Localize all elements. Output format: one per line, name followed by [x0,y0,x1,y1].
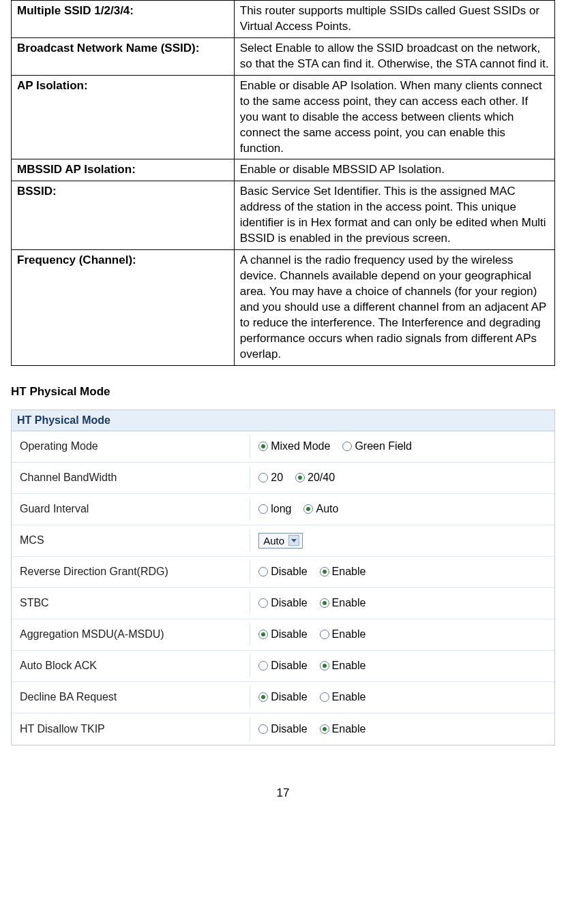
panel-row-label: Aggregation MSDU(A-MSDU) [12,623,250,646]
radio-option[interactable]: Disable [258,660,307,672]
panel-row-control: DisableEnable [250,560,554,583]
ht-physical-mode-panel: HT Physical Mode Operating ModeMixed Mod… [11,410,555,745]
radio-label: Disable [271,597,307,609]
panel-row-label: Guard Interval [12,497,250,521]
radio-label: Enable [332,691,366,703]
panel-row-control: longAuto [250,497,554,521]
radio-option[interactable]: Enable [320,628,366,641]
table-row: MBSSID AP Isolation:Enable or disable MB… [12,159,555,181]
radio-option[interactable]: Enable [320,691,366,703]
panel-row-label: Auto Block ACK [12,654,250,677]
radio-label: 20/40 [308,472,335,484]
radio-label: Mixed Mode [271,440,330,452]
radio-icon [320,630,329,639]
panel-row: Decline BA RequestDisableEnable [12,682,554,713]
radio-option[interactable]: Mixed Mode [258,440,330,452]
radio-icon [258,630,268,639]
radio-label: Disable [271,691,307,703]
radio-icon [258,473,268,482]
page-number: 17 [11,786,555,800]
chevron-down-icon [288,535,299,546]
panel-row: STBCDisableEnable [12,588,554,619]
radio-icon [303,504,313,514]
table-row: BSSID:Basic Service Set Identifier. This… [12,181,555,250]
select-value: Auto [263,535,284,546]
radio-icon [320,724,329,734]
radio-option[interactable]: long [258,503,291,515]
table-row: Frequency (Channel):A channel is the rad… [12,250,555,366]
panel-row: Auto Block ACKDisableEnable [12,651,554,682]
radio-option[interactable]: Auto [303,503,338,515]
radio-label: Disable [271,723,307,735]
section-heading: HT Physical Mode [11,385,555,399]
radio-label: 20 [271,472,283,484]
mcs-select[interactable]: Auto [258,533,303,549]
panel-row: Guard IntervallongAuto [12,494,554,525]
radio-icon [320,567,329,576]
table-row: AP Isolation:Enable or disable AP Isolat… [12,75,555,159]
parameter-description: Enable or disable MBSSID AP Isolation. [234,159,554,181]
radio-label: Enable [332,566,366,578]
radio-icon [258,692,268,702]
table-row: Broadcast Network Name (SSID):Select Ena… [12,37,555,75]
radio-option[interactable]: Disable [258,597,307,609]
radio-icon [320,598,329,608]
description-table-body: Multiple SSID 1/2/3/4:This router suppor… [12,1,555,366]
radio-option[interactable]: Disable [258,691,307,703]
radio-label: long [271,503,291,515]
radio-option[interactable]: Enable [320,723,366,735]
radio-option[interactable]: Enable [320,566,366,578]
panel-row: MCSAuto [12,525,554,557]
radio-icon [342,442,352,451]
radio-option[interactable]: 20 [258,472,283,484]
radio-option[interactable]: Enable [320,597,366,609]
parameter-label: MBSSID AP Isolation: [12,159,235,181]
radio-label: Enable [332,597,366,609]
panel-row: Aggregation MSDU(A-MSDU)DisableEnable [12,619,554,651]
parameter-label: BSSID: [12,181,235,250]
panel-row-label: Operating Mode [12,435,250,458]
radio-label: Auto [316,503,338,515]
radio-option[interactable]: 20/40 [295,472,335,484]
radio-label: Green Field [355,440,412,452]
radio-label: Disable [271,628,307,641]
radio-label: Disable [271,566,307,578]
parameter-label: Multiple SSID 1/2/3/4: [12,1,235,38]
panel-row-label: Reverse Direction Grant(RDG) [12,560,250,583]
radio-icon [258,567,268,576]
panel-row-control: DisableEnable [250,623,554,646]
panel-row-control: DisableEnable [250,686,554,709]
parameter-description: Basic Service Set Identifier. This is th… [234,181,554,250]
panel-row-control: DisableEnable [250,654,554,677]
parameter-description: This router supports multiple SSIDs call… [234,1,554,38]
radio-icon [295,473,305,482]
parameter-label: Frequency (Channel): [12,250,235,366]
panel-row: HT Disallow TKIPDisableEnable [12,713,554,745]
parameter-description: A channel is the radio frequency used by… [234,250,554,366]
radio-icon [258,442,268,451]
panel-row-control: Auto [250,527,554,554]
radio-option[interactable]: Disable [258,566,307,578]
radio-option[interactable]: Disable [258,628,307,641]
panel-row: Reverse Direction Grant(RDG)DisableEnabl… [12,557,554,588]
radio-label: Disable [271,660,307,672]
panel-row-label: Channel BandWidth [12,466,250,489]
radio-label: Enable [332,723,366,735]
panel-body: Operating ModeMixed ModeGreen FieldChann… [12,431,554,745]
radio-icon [258,724,268,734]
radio-option[interactable]: Disable [258,723,307,735]
panel-row: Channel BandWidth2020/40 [12,463,554,494]
radio-label: Enable [332,628,366,641]
radio-option[interactable]: Green Field [342,440,412,452]
panel-row-label: MCS [12,529,250,552]
radio-icon [258,661,268,671]
radio-icon [320,661,329,671]
description-table: Multiple SSID 1/2/3/4:This router suppor… [11,0,555,366]
panel-row-control: DisableEnable [250,718,554,741]
panel-row-label: STBC [12,591,250,615]
radio-option[interactable]: Enable [320,660,366,672]
radio-icon [258,504,268,514]
radio-icon [258,598,268,608]
parameter-label: AP Isolation: [12,75,235,159]
radio-label: Enable [332,660,366,672]
